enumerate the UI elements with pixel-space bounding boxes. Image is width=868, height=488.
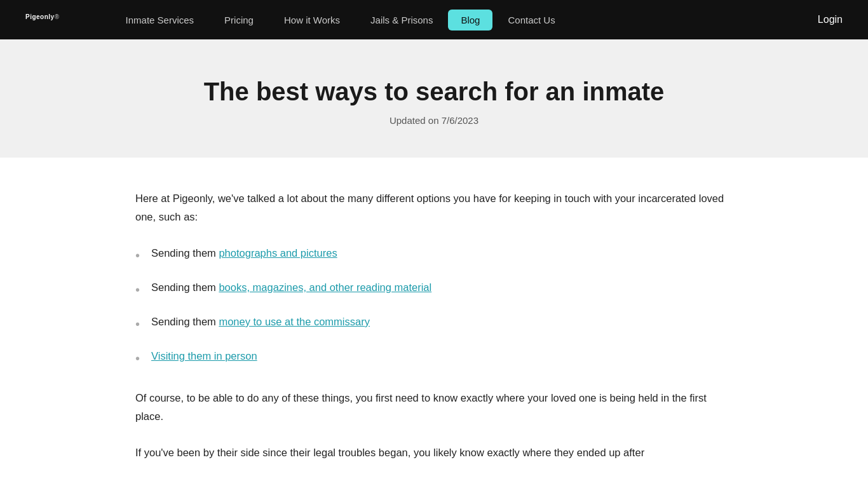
bullet-dot: • bbox=[135, 279, 140, 301]
list-item: • Sending them money to use at the commi… bbox=[135, 313, 733, 336]
body-paragraph-1: Of course, to be able to do any of these… bbox=[135, 389, 733, 426]
hero-section: The best ways to search for an inmate Up… bbox=[0, 39, 868, 158]
nav-blog[interactable]: Blog bbox=[448, 10, 492, 30]
nav-how-it-works[interactable]: How it Works bbox=[269, 15, 355, 25]
list-item: • Sending them photographs and pictures bbox=[135, 244, 733, 267]
nav-logo[interactable]: Pigeonly® bbox=[25, 13, 60, 27]
article-date: Updated on 7/6/2023 bbox=[13, 115, 855, 126]
bullet-text-1: Sending them photographs and pictures bbox=[151, 244, 337, 262]
bullet-dot: • bbox=[135, 245, 140, 267]
list-item: • Sending them books, magazines, and oth… bbox=[135, 278, 733, 301]
nav-contact-us[interactable]: Contact Us bbox=[492, 15, 570, 25]
article-content: Here at Pigeonly, we've talked a lot abo… bbox=[0, 158, 868, 488]
bullet-text-4: Visiting them in person bbox=[151, 347, 257, 365]
books-link[interactable]: books, magazines, and other reading mate… bbox=[219, 281, 431, 293]
nav-pricing[interactable]: Pricing bbox=[209, 15, 269, 25]
nav-jails-prisons[interactable]: Jails & Prisons bbox=[355, 15, 448, 25]
nav-links: Inmate Services Pricing How it Works Jai… bbox=[111, 10, 818, 30]
visiting-link[interactable]: Visiting them in person bbox=[151, 350, 257, 362]
bullet-list: • Sending them photographs and pictures … bbox=[135, 244, 733, 370]
logo-text: Pigeonly bbox=[25, 13, 55, 20]
main-nav: Pigeonly® Inmate Services Pricing How it… bbox=[0, 0, 868, 39]
commissary-link[interactable]: money to use at the commissary bbox=[219, 316, 370, 327]
bullet-dot: • bbox=[135, 313, 140, 336]
bullet-dot: • bbox=[135, 348, 140, 370]
intro-paragraph: Here at Pigeonly, we've talked a lot abo… bbox=[135, 189, 733, 226]
page-title: The best ways to search for an inmate bbox=[13, 78, 855, 106]
bullet-text-3: Sending them money to use at the commiss… bbox=[151, 313, 370, 331]
photos-link[interactable]: photographs and pictures bbox=[219, 247, 337, 259]
nav-login-button[interactable]: Login bbox=[818, 14, 843, 25]
nav-inmate-services[interactable]: Inmate Services bbox=[111, 15, 210, 25]
bullet-text-2: Sending them books, magazines, and other… bbox=[151, 278, 431, 297]
list-item: • Visiting them in person bbox=[135, 347, 733, 370]
body-paragraph-2: If you've been by their side since their… bbox=[135, 444, 733, 462]
